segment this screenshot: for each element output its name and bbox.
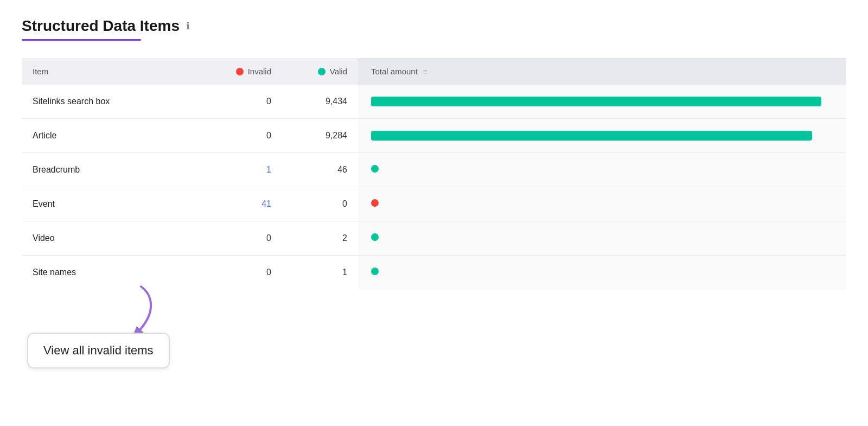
cell-total bbox=[358, 153, 846, 187]
sort-icon[interactable]: ≡ bbox=[423, 68, 427, 76]
info-icon[interactable]: ℹ bbox=[186, 20, 190, 32]
page-header: Structured Data Items ℹ bbox=[22, 17, 846, 35]
valid-indicator-icon bbox=[371, 268, 379, 275]
arrow-svg bbox=[98, 284, 168, 338]
table-row: Site names01 bbox=[22, 256, 846, 290]
cell-total bbox=[358, 119, 846, 153]
col-header-item: Item bbox=[22, 58, 206, 85]
table-row: Breadcrumb146 bbox=[22, 153, 846, 187]
col-header-total: Total amount ≡ bbox=[358, 58, 846, 85]
bar bbox=[371, 97, 821, 106]
invalid-indicator-icon bbox=[371, 199, 379, 207]
cell-item: Sitelinks search box bbox=[22, 85, 206, 119]
cell-item: Article bbox=[22, 119, 206, 153]
cell-total bbox=[358, 221, 846, 256]
cell-invalid: 0 bbox=[206, 85, 282, 119]
cell-invalid: 0 bbox=[206, 119, 282, 153]
cell-item: Event bbox=[22, 187, 206, 221]
valid-indicator-icon bbox=[371, 233, 379, 241]
bar-container bbox=[371, 131, 833, 141]
structured-data-table: Item Invalid Valid Total amount ≡ Siteli… bbox=[22, 58, 846, 289]
page-title: Structured Data Items bbox=[22, 17, 180, 35]
cell-valid: 1 bbox=[282, 256, 358, 290]
table-header-row: Item Invalid Valid Total amount ≡ bbox=[22, 58, 846, 85]
cell-valid: 9,434 bbox=[282, 85, 358, 119]
cell-total bbox=[358, 187, 846, 221]
annotation-area: View all invalid items bbox=[22, 300, 846, 365]
table-row: Article09,284 bbox=[22, 119, 846, 153]
cell-invalid: 0 bbox=[206, 221, 282, 256]
valid-indicator-icon bbox=[371, 165, 379, 173]
cell-item: Video bbox=[22, 221, 206, 256]
invalid-link[interactable]: 1 bbox=[266, 165, 271, 174]
cell-valid: 0 bbox=[282, 187, 358, 221]
cell-valid: 46 bbox=[282, 153, 358, 187]
table-row: Event410 bbox=[22, 187, 846, 221]
cell-invalid: 0 bbox=[206, 256, 282, 290]
bar bbox=[371, 131, 812, 141]
view-all-invalid-button[interactable]: View all invalid items bbox=[27, 333, 170, 368]
valid-dot-icon bbox=[318, 68, 326, 75]
cell-invalid[interactable]: 41 bbox=[206, 187, 282, 221]
table-row: Video02 bbox=[22, 221, 846, 256]
cell-item: Breadcrumb bbox=[22, 153, 206, 187]
table-row: Sitelinks search box09,434 bbox=[22, 85, 846, 119]
cell-valid: 2 bbox=[282, 221, 358, 256]
invalid-dot-icon bbox=[236, 68, 244, 75]
cell-total bbox=[358, 85, 846, 119]
title-underline bbox=[22, 39, 141, 41]
col-header-invalid: Invalid bbox=[206, 58, 282, 85]
cell-total bbox=[358, 256, 846, 290]
invalid-link[interactable]: 41 bbox=[261, 199, 271, 208]
cell-valid: 9,284 bbox=[282, 119, 358, 153]
cell-item: Site names bbox=[22, 256, 206, 290]
cell-invalid[interactable]: 1 bbox=[206, 153, 282, 187]
col-header-valid: Valid bbox=[282, 58, 358, 85]
bar-container bbox=[371, 97, 833, 106]
